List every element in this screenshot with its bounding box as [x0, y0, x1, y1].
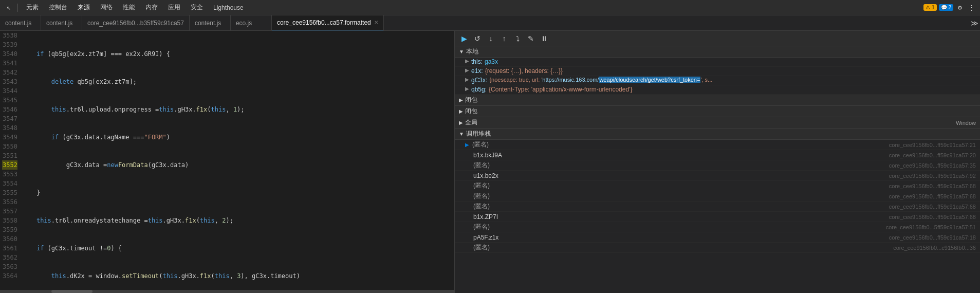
callstack-header[interactable]: ▼ 调用堆栈 [455, 129, 980, 140]
scope-val: {request: {…}, headers: {…}} [485, 67, 976, 75]
step-over-button[interactable]: ↺ [472, 33, 483, 44]
callstack-location: core_cee9156fb0...ff59c91ca57:20 [889, 152, 976, 158]
tab-close-icon[interactable]: ✕ [374, 20, 378, 25]
callstack-name: (匿名) [473, 223, 886, 231]
top-toolbar: ↖ 元素 控制台 来源 网络 性能 内存 应用 安全 Lighthouse ⚠ … [0, 0, 980, 15]
expand-arrow[interactable]: ▶ [465, 77, 469, 82]
warning-badge: ⚠ 1 [923, 4, 936, 11]
tab-content2[interactable]: content.js [41, 15, 82, 31]
tab-content1[interactable]: content.js [0, 15, 41, 31]
line-numbers: 3538 3539 3540 3541 3542 3543 3544 3545 … [0, 31, 22, 290]
section-closure2[interactable]: ▶ 闭包 [455, 106, 980, 117]
callstack-name: (匿名) [473, 161, 889, 170]
callstack-item-1[interactable]: b1x.bkJ9A core_cee9156fb0...ff59c91ca57:… [455, 150, 980, 160]
scope-key: this: [471, 58, 483, 65]
expand-icon: ▶ [459, 108, 463, 114]
callstack-name: (匿名) [473, 202, 889, 211]
callstack-location: core_cee9156fb0...ff59c91ca57:68 [889, 204, 976, 210]
callstack-item-4[interactable]: (匿名) core_cee9156fb0...ff59c91ca57:68 [455, 181, 980, 191]
toolbar-right: ⚠ 1 💬 2 ⚙ ⋮ [923, 3, 976, 12]
menu-lighthouse[interactable]: Lighthouse [209, 3, 248, 12]
menu-sources[interactable]: 来源 [73, 2, 94, 13]
scope-item-e1x: ▶ e1x: {request: {…}, headers: {…}} [455, 67, 980, 76]
callstack-location: core_cee9156fb0...ff59c91ca57:68 [889, 193, 976, 199]
callstack-item-9[interactable]: pA5F.z1x core_cee9156fb0...ff59c91ca57:1… [455, 232, 980, 243]
callstack-name: (匿名) [473, 181, 889, 190]
tabs-row: content.js content.js core_cee9156fb0...… [0, 15, 980, 31]
menu-console[interactable]: 控制台 [45, 2, 71, 13]
callstack-item-2[interactable]: (匿名) core_cee9156fb0...ff59c91ca57:35 [455, 160, 980, 171]
menu-performance[interactable]: 性能 [119, 2, 139, 13]
callstack-name: (匿名) [473, 243, 893, 252]
section-label: 全局 [465, 118, 477, 127]
tab-label: content.js [5, 20, 31, 27]
section-local[interactable]: ▼ 本地 [455, 46, 980, 58]
callstack-item-10[interactable]: (匿名) core_cee9156fb0...c9156fb0...36 [455, 243, 980, 253]
expand-arrow[interactable]: ▶ [465, 67, 469, 73]
section-closure1[interactable]: ▶ 闭包 [455, 95, 980, 106]
callstack-location: core_cee9156fb0...ff59c91ca57:35 [889, 162, 976, 169]
tab-core1[interactable]: core_cee9156fb0...b35ff59c91ca57 [82, 15, 190, 31]
separator [17, 4, 18, 12]
callstack-location: core_cee9156fb0...ff59c91ca57:68 [889, 183, 976, 189]
deactivate-button[interactable]: ✎ [526, 33, 536, 44]
tab-content3[interactable]: content.js [190, 15, 231, 31]
callstack-item-6[interactable]: (匿名) core_cee9156fb0...ff59c91ca57:68 [455, 202, 980, 212]
tab-label: core_cee9156fb0...b35ff59c91ca57 [87, 20, 184, 27]
menu-security[interactable]: 安全 [187, 2, 207, 13]
section-label: 闭包 [465, 96, 477, 104]
main-area: 3538 3539 3540 3541 3542 3543 3544 3545 … [0, 31, 980, 293]
scope-item-this: ▶ this: ga3x [455, 58, 980, 67]
menu-memory[interactable]: 内存 [141, 2, 162, 13]
menu-network[interactable]: 网络 [96, 2, 117, 13]
settings-icon[interactable]: ⚙ [955, 3, 965, 12]
tab-core-formatted[interactable]: core_cee9156fb0...ca57:formatted ✕ [272, 15, 384, 31]
tab-label: eco.js [236, 20, 252, 27]
callstack-name: (匿名) [473, 192, 889, 200]
callstack-item-5[interactable]: (匿名) core_cee9156fb0...ff59c91ca57:68 [455, 191, 980, 202]
callstack-location: core_cee9156fb0...ff59c91ca57:68 [889, 214, 976, 220]
callstack-name: pA5F.z1x [473, 234, 889, 241]
step-into-button[interactable]: ↓ [486, 33, 496, 44]
expand-arrow[interactable]: ▶ [465, 86, 469, 91]
error-badge: 💬 2 [939, 4, 953, 11]
scope-item-qb5g: ▶ qb5g: {Content-Type: 'application/x-ww… [455, 85, 980, 95]
current-frame-icon: ▶ [465, 142, 469, 148]
section-label: 闭包 [465, 107, 477, 116]
expand-arrow[interactable]: ▶ [465, 58, 469, 64]
callstack-name: u1x.be2x [473, 172, 889, 179]
tab-label: content.js [195, 20, 221, 27]
menu-element[interactable]: 元素 [22, 2, 43, 13]
right-panel: ▶ ↺ ↓ ↑ ⤵ ✎ ⏸ ▼ 本地 ▶ this: ga3x ▶ [455, 31, 980, 293]
callstack-item-8[interactable]: (匿名) core_cee9156fb0...5ff59c91ca57:51 [455, 222, 980, 232]
scope-key: gC3x: [471, 77, 487, 84]
editor-scrollbar[interactable] [0, 290, 454, 293]
scope-val: {Content-Type: 'application/x-www-form-u… [489, 86, 976, 93]
section-global[interactable]: ▶ 全局 Window [455, 117, 980, 129]
code-editor: 3538 3539 3540 3541 3542 3543 3544 3545 … [0, 31, 455, 293]
code-content: if (qb5g[ex2x.zt7m] === ex2x.GR9I) { del… [22, 31, 454, 290]
callstack-name: b1x.ZP7I [473, 213, 889, 221]
tab-eco[interactable]: eco.js [231, 15, 272, 31]
section-label: 本地 [466, 47, 478, 56]
scope-panel: ▼ 本地 ▶ this: ga3x ▶ e1x: {request: {…}, … [455, 46, 980, 293]
expand-icon: ▶ [459, 120, 463, 125]
callstack-item-3[interactable]: u1x.be2x core_cee9156fb0...ff59c91ca57:9… [455, 171, 980, 181]
callstack-location: core_cee9156fb0...5ff59c91ca57:51 [886, 224, 976, 230]
more-icon[interactable]: ⋮ [967, 3, 976, 12]
callstack-item-7[interactable]: b1x.ZP7I core_cee9156fb0...ff59c91ca57:6… [455, 212, 980, 222]
callstack-item-0[interactable]: ▶ (匿名) core_cee9156fb0...ff59c91ca57:21 [455, 140, 980, 150]
menu-application[interactable]: 应用 [164, 2, 184, 13]
expand-icon: ▶ [459, 97, 463, 103]
debug-toolbar: ▶ ↺ ↓ ↑ ⤵ ✎ ⏸ [455, 31, 980, 46]
tab-label: core_cee9156fb0...ca57:formatted [277, 19, 371, 26]
expand-icon: ▼ [459, 131, 464, 137]
step-button[interactable]: ⤵ [512, 33, 523, 44]
step-out-button[interactable]: ↑ [499, 33, 509, 44]
cursor-icon[interactable]: ↖ [4, 3, 13, 12]
callstack-location: core_cee9156fb0...c9156fb0...36 [893, 245, 976, 251]
pause-button[interactable]: ⏸ [539, 33, 549, 44]
resume-button[interactable]: ▶ [459, 33, 469, 44]
tab-more-icon[interactable]: ≫ [969, 15, 980, 31]
code-area: 3538 3539 3540 3541 3542 3543 3544 3545 … [0, 31, 454, 290]
